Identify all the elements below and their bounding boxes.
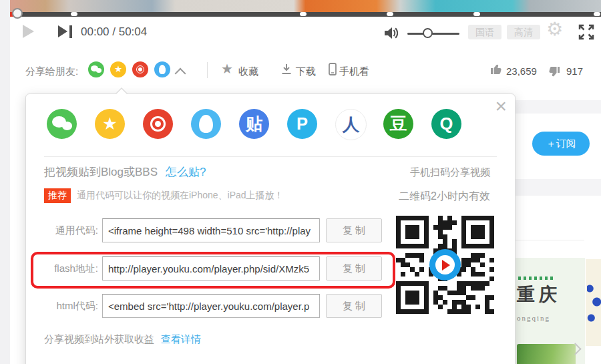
close-icon[interactable]: × xyxy=(495,94,507,118)
thumbs-down-icon[interactable] xyxy=(548,65,561,79)
seek-marker xyxy=(387,12,393,16)
page: 00:00 / 50:04 国语 高清 ⚙ 分享给朋友: ★ ★ 收藏 下载 手… xyxy=(0,0,601,364)
share-qq-icon[interactable] xyxy=(154,61,170,77)
popup-douban-icon[interactable]: 豆 xyxy=(383,109,413,139)
flash-url-label: flash地址: xyxy=(26,256,98,281)
seek-marker xyxy=(71,12,77,16)
next-episode-button[interactable] xyxy=(58,25,73,38)
share-qzone-icon[interactable]: ★ xyxy=(110,61,126,77)
blog-embed-title-text: 把视频贴到Blog或BBS xyxy=(44,166,158,178)
fullscreen-button[interactable] xyxy=(578,23,595,41)
divider xyxy=(516,240,584,240)
time-display: 00:00 / 50:04 xyxy=(81,25,147,39)
download-button[interactable]: 下载 xyxy=(296,65,316,78)
page-gutter xyxy=(0,0,10,364)
generic-code-input[interactable] xyxy=(102,218,320,242)
popup-tencent-weibo-icon[interactable]: Q xyxy=(431,109,461,139)
youku-logo-icon xyxy=(429,249,461,281)
favorite-star-icon[interactable]: ★ xyxy=(221,62,233,75)
copy-flash-button[interactable]: 复 制 xyxy=(326,256,382,281)
dislike-count[interactable]: 917 xyxy=(566,65,583,77)
recommend-row: 推荐通用代码可以让你的视频在iPhone、iPad上播放！ xyxy=(44,188,284,203)
html-code-input[interactable] xyxy=(102,294,320,318)
html-code-label: html代码: xyxy=(26,294,98,318)
mobile-phone-icon[interactable] xyxy=(326,62,339,77)
qr-code xyxy=(396,216,494,314)
mobile-watch-button[interactable]: 手机看 xyxy=(339,65,369,78)
popup-qq-icon[interactable] xyxy=(191,109,221,139)
share-weibo-icon[interactable] xyxy=(132,61,148,77)
qr-caption-1: 手机扫码分享视频 xyxy=(410,166,490,179)
thumbnail-subtitle: ongqing xyxy=(517,314,550,322)
seek-marker xyxy=(594,12,600,16)
thumbnail-title: 重庆 xyxy=(517,283,561,307)
copy-html-button[interactable]: 复 制 xyxy=(326,294,382,318)
seek-handle[interactable] xyxy=(12,8,23,19)
volume-icon[interactable] xyxy=(383,25,399,41)
thumbs-up-icon[interactable] xyxy=(489,62,503,75)
favorite-button[interactable]: 收藏 xyxy=(238,65,258,78)
popup-footer: 分享视频到站外获取收益查看详情 xyxy=(44,333,201,346)
quality-button[interactable]: 高清 xyxy=(507,25,540,39)
qr-caption-2: 二维码2小时内有效 xyxy=(399,190,490,204)
footer-text: 分享视频到站外获取收益 xyxy=(44,333,154,345)
how-to-embed-link[interactable]: 怎么贴? xyxy=(166,166,206,178)
background-band xyxy=(516,100,601,114)
share-popup: × ★ 贴 P 人 豆 Q 把视频贴到Blog或BBS怎么贴? 手机扫码分享视频… xyxy=(25,94,516,364)
popup-tieba-icon[interactable]: 贴 xyxy=(239,109,269,139)
recommend-text: 通用代码可以让你的视频在iPhone、iPad上播放！ xyxy=(77,190,284,200)
settings-gear-icon[interactable]: ⚙ xyxy=(546,20,563,39)
share-wechat-icon[interactable] xyxy=(88,61,104,77)
popup-weibo-icon[interactable] xyxy=(143,109,173,139)
copy-generic-button[interactable]: 复 制 xyxy=(326,218,382,242)
share-label: 分享给朋友: xyxy=(25,65,78,78)
adjacent-thumbnail-strip xyxy=(586,259,601,346)
popup-pengyou-icon[interactable]: P xyxy=(287,109,317,139)
like-count[interactable]: 23,659 xyxy=(506,65,537,77)
collapse-chevron-icon[interactable] xyxy=(175,68,186,79)
download-icon[interactable] xyxy=(280,63,293,76)
popup-renren-icon[interactable]: 人 xyxy=(335,109,367,140)
seek-marker xyxy=(473,12,480,16)
divider xyxy=(207,62,208,78)
popup-qzone-icon[interactable]: ★ xyxy=(95,109,125,139)
generic-code-label: 通用代码: xyxy=(26,218,98,242)
thumbnail-leaf-image xyxy=(517,344,576,364)
flash-url-input[interactable] xyxy=(102,256,320,281)
play-button[interactable] xyxy=(23,25,34,38)
language-button[interactable]: 国语 xyxy=(468,25,502,39)
blog-embed-title: 把视频贴到Blog或BBS怎么贴? xyxy=(44,164,206,180)
background-band xyxy=(516,179,601,196)
footer-details-link[interactable]: 查看详情 xyxy=(161,333,201,345)
subscribe-button[interactable]: ＋订阅 xyxy=(532,132,590,156)
recommend-badge: 推荐 xyxy=(44,188,71,203)
volume-slider[interactable] xyxy=(407,33,459,35)
divider xyxy=(44,156,497,157)
volume-handle[interactable] xyxy=(423,28,433,38)
thumbnail-dots-decoration xyxy=(518,277,554,280)
seek-marker xyxy=(300,12,307,16)
popup-notch xyxy=(116,89,128,95)
thumbnail-ink-decoration xyxy=(587,278,601,331)
popup-wechat-icon[interactable] xyxy=(47,109,77,139)
